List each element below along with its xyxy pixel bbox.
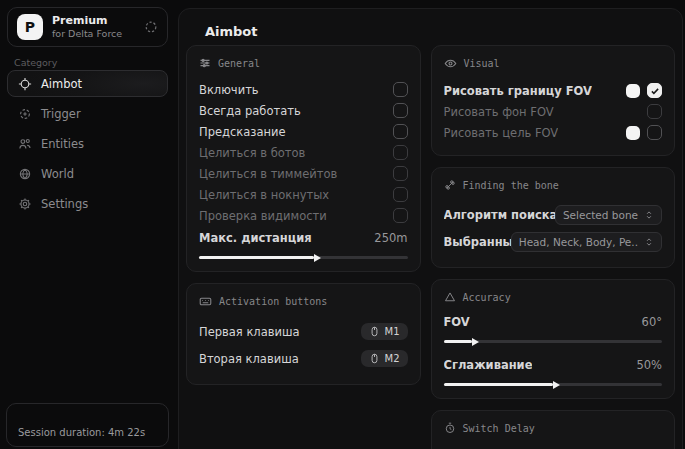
slider-value: 250m: [374, 231, 407, 245]
visual-row: Рисовать фон FOV: [444, 101, 663, 122]
check-icon: [650, 86, 660, 96]
checkbox-draw-fov-border[interactable]: [647, 83, 662, 98]
main-panel: Aimbot General: [178, 8, 683, 449]
smoothing-slider[interactable]: [444, 383, 663, 386]
checkbox-aim-teammates[interactable]: [393, 166, 408, 181]
setting-row: Всегда работать: [199, 100, 408, 121]
slider-fill: [199, 256, 314, 259]
setting-label: Целиться в тиммейтов: [199, 167, 337, 181]
sidebar: P Premium for Delta Force Category A: [0, 0, 175, 449]
setting-row: Целиться в тиммейтов: [199, 163, 408, 184]
slider-label: Сглаживание: [444, 358, 533, 372]
keybind-button-first[interactable]: M1: [361, 323, 408, 340]
gear-icon: [18, 197, 32, 211]
sidebar-item-settings[interactable]: Settings: [7, 190, 168, 217]
general-panel: General Включить Всегда работать Предска…: [186, 45, 421, 272]
setting-label: Всегда работать: [199, 104, 301, 118]
checkbox-aim-knocked[interactable]: [393, 187, 408, 202]
slider-head: Сглаживание 50%: [444, 356, 663, 374]
sync-icon[interactable]: [144, 20, 158, 34]
sidebar-item-label: World: [41, 167, 74, 181]
keybind-value: M2: [385, 353, 400, 364]
mouse-icon: [369, 353, 380, 364]
switch-delay-panel-title: Switch Delay: [444, 422, 663, 434]
right-column: Visual Рисовать границу FOV: [431, 45, 676, 449]
globe-icon: [18, 167, 32, 181]
bone-label: Выбранные кос: [444, 235, 511, 249]
sidebar-item-label: Settings: [41, 197, 88, 211]
setting-label: Проверка видимости: [199, 209, 327, 223]
bone-panel-title: Finding the bone: [444, 179, 663, 191]
chevron-up-down-icon: [644, 210, 654, 220]
slider-label: FOV: [444, 315, 470, 329]
sidebar-item-label: Entities: [41, 137, 84, 151]
general-panel-title: General: [199, 57, 408, 69]
setting-row: Проверка видимости: [199, 205, 408, 226]
bone-panel: Finding the bone Алгоритм поиска кост Se…: [431, 167, 676, 268]
controls: [647, 104, 662, 119]
app-window: P Premium for Delta Force Category A: [0, 0, 685, 449]
sidebar-item-aimbot[interactable]: Aimbot: [7, 70, 168, 97]
fov-slider[interactable]: [444, 340, 663, 343]
page-title: Aimbot: [179, 9, 682, 39]
mouse-icon: [369, 326, 380, 337]
visual-row: Рисовать цель FOV: [444, 122, 663, 143]
panel-title-text: Accuracy: [463, 292, 511, 303]
sliders-icon: [199, 57, 211, 69]
setting-row: Предсказание: [199, 121, 408, 142]
checkbox-draw-fov-target[interactable]: [647, 125, 662, 140]
eye-icon: [444, 57, 457, 70]
checkbox-aim-bots[interactable]: [393, 145, 408, 160]
checkbox-draw-fov-background[interactable]: [647, 104, 662, 119]
logo: P: [17, 14, 43, 40]
panel-title-text: Finding the bone: [463, 180, 559, 191]
slider-thumb[interactable]: [314, 254, 321, 262]
sidebar-item-trigger[interactable]: Trigger: [7, 100, 168, 127]
slider-label: Макс. дистанция: [199, 231, 312, 245]
sidebar-item-world[interactable]: World: [7, 160, 168, 187]
keybind-row: Первая клавиша M1: [199, 318, 408, 345]
activation-panel-title: Activation buttons: [199, 295, 408, 308]
panel-title-text: Switch Delay: [463, 423, 535, 434]
bone-icon: [444, 179, 456, 191]
product-name: Premium: [52, 14, 135, 28]
color-swatch-fov-border[interactable]: [626, 84, 640, 98]
setting-row: Включить: [199, 79, 408, 100]
sidebar-menu: Aimbot Trigger Entities: [7, 70, 168, 217]
color-swatch-fov-target[interactable]: [626, 126, 640, 140]
bone-label: Алгоритм поиска кост: [444, 208, 555, 222]
left-column: General Включить Всегда работать Предска…: [186, 45, 421, 449]
checkbox-visibility-check[interactable]: [393, 208, 408, 223]
setting-row: Целиться в нокнутых: [199, 184, 408, 205]
bone-algorithm-dropdown[interactable]: Selected bone: [555, 205, 662, 225]
switch-delay-toggle-row: Задержка переключения: [444, 444, 663, 449]
visual-row: Рисовать границу FOV: [444, 80, 663, 101]
product-subtitle: for Delta Force: [52, 28, 135, 40]
bone-row: Выбранные кос Head, Neck, Body, Pe..: [444, 228, 663, 255]
setting-label: Включить: [199, 83, 259, 97]
slider-value: 50%: [636, 358, 662, 372]
entities-icon: [18, 137, 32, 151]
session-box: Session duration: 4m 22s: [6, 403, 169, 447]
logo-letter: P: [25, 19, 35, 35]
max-distance-slider[interactable]: [199, 256, 408, 259]
panel-title-text: Visual: [464, 58, 500, 69]
selected-bones-dropdown[interactable]: Head, Neck, Body, Pe..: [511, 232, 662, 252]
keybind-label: Вторая клавиша: [199, 352, 299, 366]
sidebar-item-label: Aimbot: [41, 77, 82, 91]
dropdown-value: Head, Neck, Body, Pe..: [519, 236, 638, 248]
controls: [626, 125, 662, 140]
slider-thumb[interactable]: [472, 338, 479, 346]
visual-label: Рисовать границу FOV: [444, 84, 592, 98]
checkbox-always-work[interactable]: [393, 103, 408, 118]
bone-row: Алгоритм поиска кост Selected bone: [444, 201, 663, 228]
visual-panel-title: Visual: [444, 57, 663, 70]
setting-row: Целиться в ботов: [199, 142, 408, 163]
category-label: Category: [14, 57, 57, 68]
keybind-button-second[interactable]: M2: [361, 350, 408, 367]
slider-thumb[interactable]: [553, 381, 560, 389]
checkbox-prediction[interactable]: [393, 124, 408, 139]
sidebar-item-entities[interactable]: Entities: [7, 130, 168, 157]
visual-label: Рисовать цель FOV: [444, 126, 559, 140]
checkbox-enable[interactable]: [393, 82, 408, 97]
